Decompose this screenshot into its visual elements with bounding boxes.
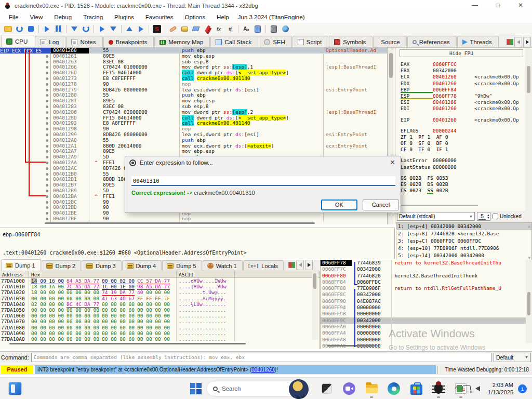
arguments-pane[interactable]: ▲ ▼ 1: [esp+4] 00342000 003420002: [esp+… (396, 222, 532, 262)
close-button[interactable]: ✕ (509, 0, 532, 11)
taskbar-app-explorer[interactable] (365, 382, 378, 395)
tab-breakpoints[interactable]: Breakpoints (103, 36, 154, 47)
argument-row[interactable]: 5: [esp+14] 00342000 00342000 (396, 252, 531, 259)
trace-into-icon[interactable] (124, 24, 135, 34)
breakpoint-dot-icon[interactable] (46, 139, 48, 142)
az-icon[interactable]: A₂ (241, 24, 251, 34)
breakpoint-dot-icon[interactable] (46, 190, 48, 192)
stack-vscrollbar[interactable] (526, 260, 532, 343)
title-bar[interactable]: crackme0x00.exe - PID: 1528 - Module: cr… (0, 0, 532, 11)
tab-call-stack[interactable]: Call Stack (210, 36, 258, 47)
spinner-arrows-icon[interactable]: ▲▼ (487, 214, 490, 219)
tab-scroll-left-button[interactable] (514, 37, 522, 47)
breakpoint-dot-icon[interactable] (46, 83, 48, 86)
breakpoint-cell[interactable] (29, 92, 51, 98)
run-to-icon[interactable] (97, 24, 107, 34)
breakpoint-cell[interactable] (29, 126, 51, 132)
dialog-title-bar[interactable]: Enter expression to follow... (125, 156, 401, 169)
checkbox-icon[interactable] (493, 214, 498, 219)
breakpoint-dot-icon[interactable] (46, 77, 48, 80)
breakpoint-cell[interactable] (29, 76, 51, 82)
argument-row[interactable]: 2: [esp+8] 77446820 <kernel32.Base (396, 230, 531, 237)
breakpoint-cell[interactable] (29, 194, 51, 200)
hex-dump-row[interactable]: 77DA105000 00 00 0000 00 00 0000 00 00 0… (0, 307, 320, 313)
step-out-icon[interactable] (108, 24, 118, 34)
menu-help[interactable]: Help (211, 12, 235, 22)
breakpoint-cell[interactable] (29, 115, 51, 121)
fx-icon[interactable]: fx (214, 24, 224, 34)
tab-log[interactable]: Log (35, 36, 65, 47)
tab-script[interactable]: Script (292, 36, 328, 47)
breakpoint-dot-icon[interactable] (46, 178, 48, 181)
register-row[interactable]: EDI00401260<crackme0x00.Op (401, 105, 530, 112)
hex-dump-pane[interactable]: Address Hex ASCII 77DA100014 00 16 0064 … (0, 271, 320, 349)
breakpoint-cell[interactable] (29, 188, 51, 194)
argument-row[interactable]: 3: [esp+C] 0060FFDC 0060FFDC (396, 237, 531, 245)
register-row[interactable]: EAX0060FFCC (401, 61, 530, 68)
minimize-button[interactable]: — (463, 0, 486, 11)
breakpoint-dot-icon[interactable] (46, 61, 48, 63)
breakpoint-cell[interactable] (29, 98, 51, 104)
notification-badge[interactable]: 1 (518, 384, 527, 393)
breakpoint-cell[interactable] (29, 166, 51, 171)
volume-muted-icon[interactable] (475, 386, 480, 391)
hex-dump-row[interactable]: 77DA108000 00 00 0000 00 00 0000 00 00 0… (0, 325, 320, 330)
stack-row[interactable]: 0060FF9400000000 (321, 304, 532, 311)
restart-icon[interactable] (14, 24, 24, 34)
breakpoint-dot-icon[interactable] (46, 111, 48, 114)
breakpoint-dot-icon[interactable] (46, 184, 48, 187)
dump-tab-dump-5[interactable]: Dump 5 (162, 260, 202, 271)
ok-button[interactable]: OK (321, 200, 357, 210)
hash-icon[interactable]: # (225, 24, 235, 34)
scylla-icon[interactable]: S (152, 24, 162, 34)
breakpoint-cell[interactable] (29, 132, 51, 138)
menu-plugins[interactable]: Plugins (109, 12, 140, 22)
breakpoint-cell[interactable] (29, 154, 51, 160)
struct-icon[interactable] (288, 262, 295, 268)
argument-row[interactable]: 1: [esp+4] 00342000 00342000 (396, 223, 531, 230)
calculator-icon[interactable] (269, 24, 279, 34)
dump-scroll-right-button[interactable] (305, 260, 313, 270)
dump-tab-dump-2[interactable]: Dump 2 (42, 260, 82, 271)
folder-icon[interactable] (3, 24, 13, 34)
struct-icon[interactable] (507, 39, 513, 45)
breakpoint-dot-icon[interactable] (46, 150, 48, 153)
stack-row[interactable]: 0060FF9004E087AC (321, 298, 532, 304)
register-row[interactable]: EBX00342000 (401, 68, 530, 74)
globe-icon[interactable] (280, 24, 290, 34)
registers-vscrollbar[interactable] (525, 48, 532, 224)
tab-notes[interactable]: Notes (66, 36, 102, 47)
breakpoint-dot-icon[interactable] (46, 206, 48, 209)
breakpoint-dot-icon[interactable] (46, 218, 48, 220)
dump-tab-locals[interactable]: [x=]Locals (243, 260, 284, 271)
hex-dump-row[interactable]: 77DA107000 00 00 0000 00 00 0000 00 00 0… (0, 318, 320, 324)
breakpoint-address-link[interactable]: 00401260 (251, 367, 275, 373)
breakpoint-dot-icon[interactable] (46, 89, 48, 91)
breakpoint-cell[interactable] (29, 177, 51, 182)
expression-input[interactable] (131, 176, 395, 186)
register-row[interactable]: EBP0060FF84 (401, 87, 530, 93)
registers-pane[interactable]: Hide FPU EAX0060FFCCEBX00342000ECX004012… (395, 48, 532, 224)
register-row[interactable]: ESP0060FF78"9hDw" (401, 93, 530, 99)
breakpoint-cell[interactable] (29, 182, 51, 188)
hex-dump-row[interactable]: 77DA10A000 00 00 0000 00 00 0000 00 00 0… (0, 336, 320, 342)
breakpoint-dot-icon[interactable] (46, 212, 48, 215)
breakpoint-dot-icon[interactable] (46, 105, 48, 108)
breakpoint-cell[interactable] (29, 200, 51, 205)
breakpoint-dot-icon[interactable] (46, 117, 48, 119)
hex-dump-row[interactable]: 77DA106000 00 00 0000 00 00 0000 00 00 0… (0, 313, 320, 318)
stack-row[interactable]: 0060FF8077446820kernel32.BaseThreadInitT… (321, 273, 532, 279)
breakpoint-cell[interactable] (29, 138, 51, 143)
patch-icon[interactable] (168, 24, 178, 34)
disassembly-hscrollbar[interactable] (1, 221, 385, 225)
breakpoint-dot-icon[interactable] (46, 128, 48, 130)
breakpoint-dot-icon[interactable] (46, 195, 48, 198)
arg-depth-spinner[interactable]: 5 ▲▼ (477, 212, 490, 221)
menu-debug[interactable]: Debug (48, 12, 77, 22)
taskbar-app-edge[interactable] (387, 382, 401, 395)
register-row[interactable]: EIP00401260<crackme0x00.Op (401, 117, 530, 123)
menu-view[interactable]: View (24, 12, 49, 22)
breakpoint-cell[interactable] (29, 59, 51, 65)
dump-vscrollbar[interactable] (312, 271, 318, 340)
menu-favourites[interactable]: Favourites (140, 12, 179, 22)
